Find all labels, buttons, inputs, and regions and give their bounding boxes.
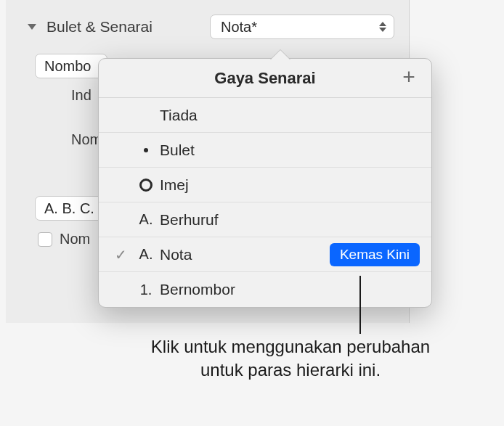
tiered-checkbox[interactable] [38, 232, 52, 247]
chevron-updown-icon [379, 22, 386, 32]
ring-marker-icon [132, 179, 160, 192]
letter-marker: A. [132, 246, 160, 263]
section-title: Bulet & Senarai [46, 18, 203, 36]
add-style-button[interactable]: + [398, 67, 420, 89]
list-styles-popover: Gaya Senarai + Tiada Bulet Imej A. Berhu… [98, 58, 432, 308]
popover-header: Gaya Senarai + [99, 59, 431, 98]
style-item-lettered[interactable]: A. Berhuruf [99, 202, 431, 237]
plus-icon: + [402, 65, 415, 89]
popover-title: Gaya Senarai [214, 69, 315, 88]
section-header: Bulet & Senarai Nota* [6, 15, 409, 49]
style-label: Tiada [160, 107, 420, 124]
disclosure-triangle-icon[interactable] [28, 24, 36, 30]
style-item-bullet[interactable]: Bulet [99, 133, 431, 168]
style-label: Bulet [160, 142, 420, 159]
number-marker: 1. [132, 282, 160, 298]
style-label: Imej [160, 176, 420, 194]
bullet-marker-icon [132, 148, 160, 152]
update-style-button[interactable]: Kemas Kini [330, 243, 420, 266]
style-label: Berhuruf [160, 211, 420, 229]
callout-leader-line [359, 276, 361, 334]
tiered-checkbox-label: Nom [60, 231, 90, 247]
checkmark-icon: ✓ [109, 246, 132, 263]
list-type-select[interactable]: Nombo [35, 54, 107, 78]
style-item-none[interactable]: Tiada [99, 98, 431, 133]
letter-marker: A. [132, 211, 160, 228]
number-label: Nom [35, 131, 86, 148]
style-label: Nota [160, 246, 330, 263]
indent-label: Ind [35, 87, 86, 104]
callout-text: Klik untuk menggunakan perubahan untuk p… [138, 335, 443, 382]
style-label: Bernombor [160, 281, 420, 298]
style-item-numbered[interactable]: 1. Bernombor [99, 272, 431, 307]
list-style-select[interactable]: Nota* [210, 15, 394, 39]
style-item-nota[interactable]: ✓ A. Nota Kemas Kini [99, 237, 431, 272]
number-format-value: A. B. C. [44, 200, 94, 217]
list-type-value: Nombo [44, 58, 91, 75]
style-item-image[interactable]: Imej [99, 168, 431, 202]
list-style-value: Nota* [221, 19, 257, 36]
style-list: Tiada Bulet Imej A. Berhuruf ✓ A. Nota K… [99, 98, 431, 307]
